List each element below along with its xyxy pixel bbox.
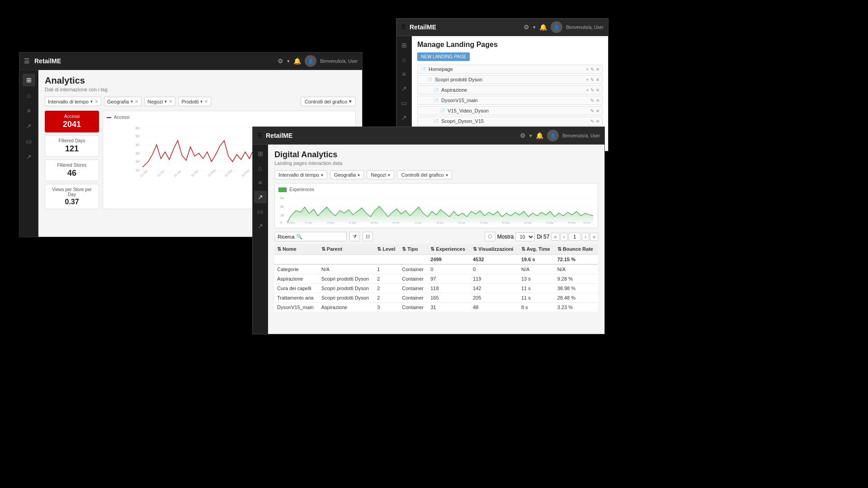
prev-page-button[interactable]: ‹ — [561, 233, 568, 241]
sidebar-icon-list[interactable]: ≡ — [23, 104, 35, 117]
settings-icon[interactable]: ⚙ — [278, 57, 283, 65]
col-tipo[interactable]: ⇅ Tipo — [399, 244, 428, 255]
cell-experiences: 165 — [428, 293, 470, 303]
sidebar-icon-chart[interactable]: ↗ — [398, 82, 410, 95]
sidebar-icon-list[interactable]: ≡ — [254, 176, 267, 189]
edit-icon[interactable]: ✎ — [590, 67, 594, 72]
cell-tipo: Container — [399, 293, 428, 303]
next-page-button[interactable]: › — [582, 233, 589, 241]
clear-filter-button[interactable]: ⊡ — [363, 232, 373, 241]
sidebar-icon-monitor[interactable]: ▭ — [398, 97, 410, 109]
filter-chart-controls[interactable]: Controlli del grafico ▾ — [397, 170, 452, 179]
page-input[interactable] — [568, 233, 581, 241]
stat-views-per-store: Views per Store per Day 0.37 — [45, 184, 99, 209]
remove-filter-icon[interactable]: ✕ — [169, 99, 172, 104]
sidebar-icon-trending[interactable]: ↗ — [23, 150, 35, 163]
remove-filter-icon[interactable]: ✕ — [204, 99, 208, 104]
add-icon[interactable]: + — [586, 67, 589, 72]
remove-filter-icon[interactable]: ✕ — [135, 99, 138, 104]
hamburger-icon[interactable]: ☰ — [24, 57, 30, 65]
add-icon[interactable]: + — [586, 88, 589, 93]
new-landing-page-button[interactable]: NEW LANDING PAGE — [417, 52, 470, 61]
edit-icon[interactable]: ✎ — [590, 98, 594, 103]
lp-item-aspirazione[interactable]: 📄 Aspirazione + ✎ ✕ — [417, 85, 603, 94]
sidebar-icon-chart[interactable]: ↗ — [254, 191, 267, 203]
edit-icon[interactable]: ✎ — [590, 108, 594, 113]
settings-icon[interactable]: ⚙ — [524, 23, 529, 31]
add-icon[interactable]: + — [586, 77, 589, 82]
col-nome[interactable]: ⇅ Nome — [274, 244, 319, 255]
search-box[interactable]: Ricerca 🔍 — [274, 232, 347, 241]
cell-bouncerate: 28.48 % — [555, 293, 598, 303]
svg-text:30-May: 30-May — [241, 168, 251, 178]
delete-icon[interactable]: ✕ — [596, 108, 599, 113]
stat-filtered-days: Filtered Days 121 — [45, 135, 99, 157]
sidebar-icon-grid[interactable]: ⊞ — [398, 39, 410, 52]
hamburger-icon[interactable]: ☰ — [257, 132, 262, 139]
chevron-down-icon: ▾ — [349, 99, 352, 104]
delete-icon[interactable]: ✕ — [596, 77, 599, 82]
sidebar-icon-monitor[interactable]: ▭ — [254, 205, 267, 218]
delete-icon[interactable]: ✕ — [596, 119, 599, 124]
sidebar-icon-monitor[interactable]: ▭ — [23, 135, 35, 148]
filter-geography[interactable]: Geografia ▾ ✕ — [104, 97, 142, 106]
bell-icon[interactable]: 🔔 — [536, 132, 543, 139]
filter-time[interactable]: Intervallo di tempo ▾ ✕ — [45, 97, 101, 106]
sidebar-icon-chart[interactable]: ↗ — [23, 120, 35, 132]
edit-icon[interactable]: ✎ — [590, 119, 594, 124]
filter-button[interactable]: ⧩ — [349, 232, 360, 241]
col-visualizzazioni[interactable]: ⇅ Visualizzazioni — [470, 244, 519, 255]
filter-stores[interactable]: Negozi ▾ — [367, 170, 394, 179]
lp-item-scopri-dyson[interactable]: 📄 Scopri_Dyson_V15 ✎ ✕ — [417, 117, 603, 126]
sidebar-icon-grid[interactable]: ⊞ — [254, 147, 267, 160]
search-icon[interactable]: 🔍 — [296, 234, 302, 239]
bell-icon[interactable]: 🔔 — [293, 57, 301, 65]
window3-title: RetailME — [266, 132, 516, 139]
sidebar-icon-home[interactable]: ⌂ — [23, 89, 35, 102]
settings-icon[interactable]: ⚙ — [520, 132, 526, 139]
avatar[interactable]: 👤 — [305, 55, 316, 67]
remove-filter-icon[interactable]: ✕ — [94, 99, 98, 104]
avatar[interactable]: 👤 — [547, 130, 559, 141]
col-avgtime[interactable]: ⇅ Avg. Time — [519, 244, 555, 255]
svg-text:40: 40 — [136, 143, 139, 147]
delete-icon[interactable]: ✕ — [596, 98, 599, 103]
filter-chart-controls[interactable]: Controlli del grafico ▾ — [301, 97, 356, 106]
edit-icon[interactable]: ✎ — [590, 77, 594, 82]
sidebar-icon-list[interactable]: ≡ — [398, 68, 410, 80]
sidebar-icon-trending[interactable]: ↗ — [398, 111, 410, 124]
edit-icon[interactable]: ✎ — [590, 88, 594, 93]
filter-time[interactable]: Intervallo di tempo ▾ — [274, 170, 327, 179]
col-parent[interactable]: ⇅ Parent — [319, 244, 375, 255]
delete-icon[interactable]: ✕ — [596, 67, 599, 72]
delete-icon[interactable]: ✕ — [596, 88, 599, 93]
avatar[interactable]: 👤 — [551, 21, 562, 33]
sidebar-icon-trending[interactable]: ↗ — [254, 220, 267, 232]
lp-item-homepage[interactable]: 📄 Homepage + ✎ ✕ — [417, 65, 603, 74]
legend-label: Accessi — [114, 115, 129, 120]
svg-text:07-Mar: 07-Mar — [305, 221, 312, 224]
show-select[interactable]: 10 25 50 — [515, 232, 535, 241]
lp-item-v15video[interactable]: 📄 V15_Video_Dyson ✎ ✕ — [417, 106, 603, 115]
lp-item-scopri[interactable]: 📄 Scopri prodotti Dyson + ✎ ✕ — [417, 75, 603, 84]
export-button[interactable]: ⬡ — [485, 232, 495, 241]
page-icon: 📄 — [433, 119, 439, 124]
total-views: 4532 — [470, 255, 519, 265]
col-level[interactable]: ⇅ Level — [374, 244, 399, 255]
cell-experiences: 0 — [428, 264, 470, 274]
col-bouncerate[interactable]: ⇅ Bounce Rate — [555, 244, 598, 255]
digital-title-bold: Analytics — [301, 150, 337, 159]
bell-icon[interactable]: 🔔 — [539, 23, 547, 31]
col-experiences[interactable]: ⇅ Experiences — [428, 244, 470, 255]
sidebar-icon-home[interactable]: ⌂ — [398, 53, 410, 66]
filter-geography[interactable]: Geografia ▾ — [330, 170, 364, 179]
table-totals-row: 2499 4532 19.6 s 72.15 % — [274, 255, 598, 265]
filter-stores[interactable]: Negozi ▾ ✕ — [144, 97, 175, 106]
filter-products[interactable]: Prodotti ▾ ✕ — [178, 97, 211, 106]
lp-item-dysonv15[interactable]: 📄 DysonV15_main ✎ ✕ — [417, 96, 603, 105]
sidebar-icon-grid[interactable]: ⊞ — [23, 74, 35, 86]
hamburger-icon[interactable]: ☰ — [401, 24, 406, 30]
last-page-button[interactable]: » — [590, 233, 598, 241]
first-page-button[interactable]: « — [551, 233, 559, 241]
sidebar-icon-home[interactable]: ⌂ — [254, 162, 267, 174]
